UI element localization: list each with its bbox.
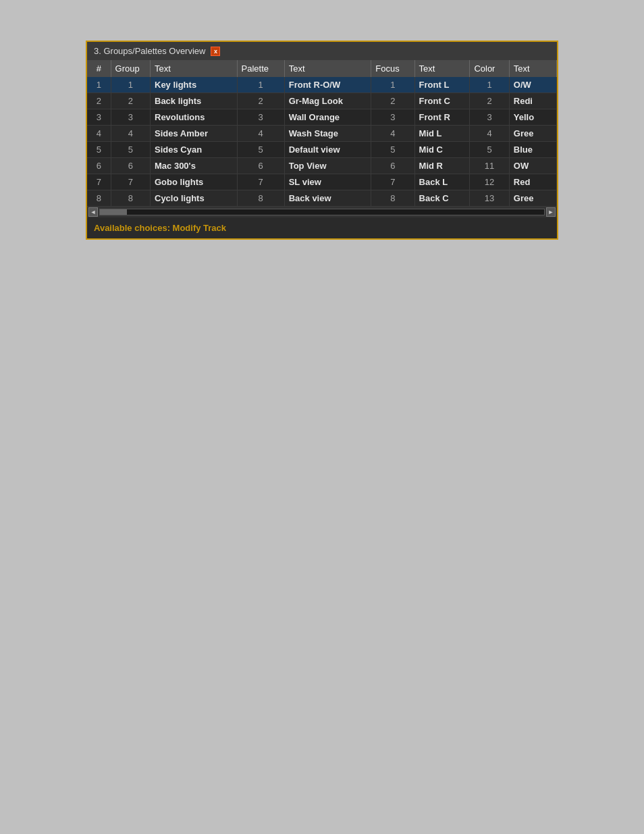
table-cell: 6 bbox=[87, 158, 111, 174]
col-header-text1: Text bbox=[151, 60, 238, 77]
table-row[interactable]: 33Revolutions3Wall Orange3Front R3Yello bbox=[87, 109, 557, 126]
table-cell: 12 bbox=[470, 174, 509, 190]
table-container: # Group Text Palette Text Focus Text Col… bbox=[87, 60, 557, 207]
table-row[interactable]: 88Cyclo lights8Back view8Back C13Gree bbox=[87, 190, 557, 207]
table-row[interactable]: 44Sides Amber4Wash Stage4Mid L4Gree bbox=[87, 126, 557, 142]
table-cell: Front C bbox=[414, 93, 470, 109]
table-cell: 6 bbox=[111, 158, 150, 174]
col-header-focus: Focus bbox=[371, 60, 414, 77]
table-cell: Blue bbox=[509, 142, 556, 158]
table-cell: Front R bbox=[414, 109, 470, 126]
table-cell: 3 bbox=[237, 109, 284, 126]
table-cell: 8 bbox=[371, 190, 414, 207]
table-cell: Mac 300's bbox=[151, 158, 238, 174]
table-cell: Back L bbox=[414, 174, 470, 190]
table-cell: Back view bbox=[284, 190, 371, 207]
close-button[interactable]: x bbox=[211, 47, 220, 56]
table-row[interactable]: 55Sides Cyan5Default view5Mid C5Blue bbox=[87, 142, 557, 158]
table-cell: 1 bbox=[87, 77, 111, 93]
table-cell: Front R-O/W bbox=[284, 77, 371, 93]
table-cell: 1 bbox=[470, 77, 509, 93]
table-cell: 13 bbox=[470, 190, 509, 207]
table-cell: 8 bbox=[87, 190, 111, 207]
col-header-text4: Text bbox=[509, 60, 556, 77]
table-cell: Yello bbox=[509, 109, 556, 126]
table-cell: 7 bbox=[237, 174, 284, 190]
table-cell: Gr-Mag Look bbox=[284, 93, 371, 109]
table-cell: 3 bbox=[470, 109, 509, 126]
table-cell: Mid L bbox=[414, 126, 470, 142]
table-header-row: # Group Text Palette Text Focus Text Col… bbox=[87, 60, 557, 77]
table-cell: Gree bbox=[509, 126, 556, 142]
table-cell: 4 bbox=[111, 126, 150, 142]
table-cell: 1 bbox=[111, 77, 150, 93]
data-table: # Group Text Palette Text Focus Text Col… bbox=[87, 60, 557, 207]
table-cell: OW bbox=[509, 158, 556, 174]
table-cell: 6 bbox=[371, 158, 414, 174]
table-cell: 5 bbox=[371, 142, 414, 158]
scroll-thumb bbox=[100, 209, 127, 215]
table-cell: 7 bbox=[87, 174, 111, 190]
horizontal-scrollbar: ◄ ► bbox=[87, 207, 557, 217]
table-cell: Sides Cyan bbox=[151, 142, 238, 158]
table-cell: Default view bbox=[284, 142, 371, 158]
table-cell: Gobo lights bbox=[151, 174, 238, 190]
table-body: 11Key lights1Front R-O/W1Front L1O/W22Ba… bbox=[87, 77, 557, 207]
col-header-group: Group bbox=[111, 60, 150, 77]
table-cell: 4 bbox=[371, 126, 414, 142]
title-bar: 3. Groups/Palettes Overview x bbox=[87, 42, 557, 60]
table-cell: 5 bbox=[87, 142, 111, 158]
scroll-right-button[interactable]: ► bbox=[546, 207, 556, 217]
table-cell: 11 bbox=[470, 158, 509, 174]
table-cell: 3 bbox=[111, 109, 150, 126]
status-text: Available choices: Modify Track bbox=[94, 223, 226, 233]
col-header-color: Color bbox=[470, 60, 509, 77]
table-cell: 2 bbox=[470, 93, 509, 109]
table-row[interactable]: 11Key lights1Front R-O/W1Front L1O/W bbox=[87, 77, 557, 93]
table-cell: Front L bbox=[414, 77, 470, 93]
groups-palettes-window: 3. Groups/Palettes Overview x # Group Te… bbox=[86, 41, 558, 240]
table-cell: Cyclo lights bbox=[151, 190, 238, 207]
table-row[interactable]: 66Mac 300's6Top View6Mid R11OW bbox=[87, 158, 557, 174]
table-cell: 1 bbox=[237, 77, 284, 93]
table-cell: Back lights bbox=[151, 93, 238, 109]
table-cell: Red bbox=[509, 174, 556, 190]
scroll-left-button[interactable]: ◄ bbox=[88, 207, 98, 217]
table-cell: O/W bbox=[509, 77, 556, 93]
table-cell: 5 bbox=[470, 142, 509, 158]
table-cell: 1 bbox=[371, 77, 414, 93]
table-cell: 4 bbox=[237, 126, 284, 142]
table-row[interactable]: 22Back lights2Gr-Mag Look2Front C2Redi bbox=[87, 93, 557, 109]
table-cell: Mid R bbox=[414, 158, 470, 174]
table-cell: Mid C bbox=[414, 142, 470, 158]
table-cell: 5 bbox=[111, 142, 150, 158]
table-cell: 6 bbox=[237, 158, 284, 174]
table-cell: Top View bbox=[284, 158, 371, 174]
table-cell: 3 bbox=[87, 109, 111, 126]
status-bar: Available choices: Modify Track bbox=[87, 217, 557, 238]
col-header-text2: Text bbox=[284, 60, 371, 77]
table-cell: Back C bbox=[414, 190, 470, 207]
col-header-hash: # bbox=[87, 60, 111, 77]
table-cell: Revolutions bbox=[151, 109, 238, 126]
table-cell: 8 bbox=[237, 190, 284, 207]
table-cell: 4 bbox=[470, 126, 509, 142]
table-row[interactable]: 77Gobo lights7SL view7Back L12Red bbox=[87, 174, 557, 190]
table-cell: Sides Amber bbox=[151, 126, 238, 142]
col-header-palette: Palette bbox=[237, 60, 284, 77]
table-cell: 2 bbox=[237, 93, 284, 109]
table-cell: 5 bbox=[237, 142, 284, 158]
table-cell: Wash Stage bbox=[284, 126, 371, 142]
table-cell: 8 bbox=[111, 190, 150, 207]
table-cell: 2 bbox=[111, 93, 150, 109]
scroll-track[interactable] bbox=[99, 209, 545, 215]
table-cell: 3 bbox=[371, 109, 414, 126]
table-cell: 7 bbox=[371, 174, 414, 190]
col-header-text3: Text bbox=[414, 60, 470, 77]
table-cell: Redi bbox=[509, 93, 556, 109]
table-cell: Gree bbox=[509, 190, 556, 207]
table-cell: 2 bbox=[87, 93, 111, 109]
window-title: 3. Groups/Palettes Overview bbox=[94, 46, 205, 56]
table-cell: 7 bbox=[111, 174, 150, 190]
table-cell: 2 bbox=[371, 93, 414, 109]
